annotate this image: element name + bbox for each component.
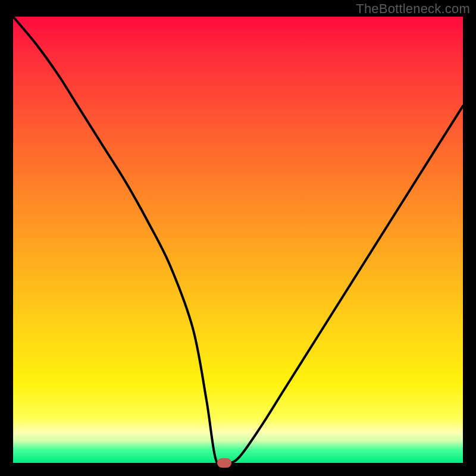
- minimum-marker: [217, 458, 231, 468]
- plot-area: [13, 17, 463, 463]
- watermark-text: TheBottleneck.com: [356, 1, 470, 17]
- curve-svg: [13, 17, 463, 463]
- chart-frame: TheBottleneck.com: [0, 0, 476, 476]
- bottleneck-curve: [13, 17, 463, 463]
